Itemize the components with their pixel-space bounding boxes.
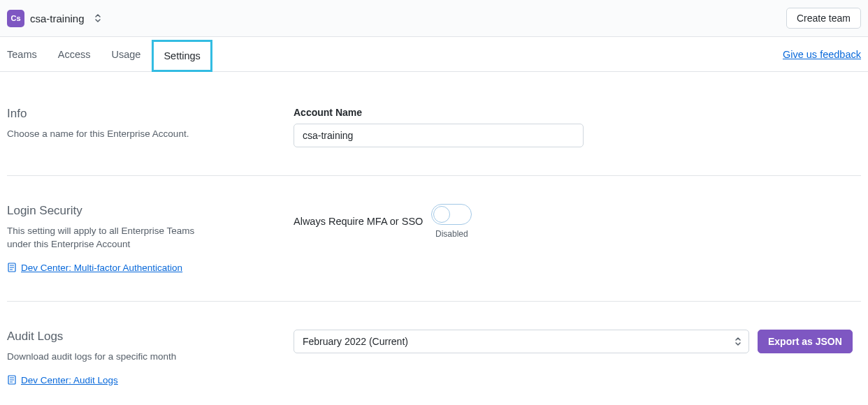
feedback-link[interactable]: Give us feedback — [783, 49, 861, 60]
org-badge: Cs — [7, 10, 24, 27]
mfa-toggle-label: Always Require MFA or SSO — [294, 216, 423, 227]
mfa-toggle[interactable] — [431, 204, 472, 225]
doc-icon — [7, 263, 17, 272]
audit-month-select[interactable]: February 2022 (Current) — [294, 330, 749, 353]
org-name: csa-training — [30, 13, 85, 24]
section-info: Info Choose a name for this Enterprise A… — [7, 79, 861, 176]
tab-access[interactable]: Access — [58, 39, 91, 70]
section-desc-info: Choose a name for this Enterprise Accoun… — [7, 128, 203, 141]
section-desc-security: This setting will apply to all Enterpris… — [7, 225, 203, 251]
doc-link-audit[interactable]: Dev Center: Audit Logs — [7, 375, 294, 385]
section-title-info: Info — [7, 107, 294, 121]
audit-month-value: February 2022 (Current) — [303, 336, 408, 347]
chevron-updown-icon — [94, 13, 101, 23]
chevron-updown-icon — [735, 337, 742, 346]
doc-link-mfa[interactable]: Dev Center: Multi-factor Authentication — [7, 263, 294, 273]
tab-teams[interactable]: Teams — [7, 39, 37, 70]
toggle-knob — [433, 206, 450, 223]
tab-settings[interactable]: Settings — [164, 50, 200, 61]
export-json-button[interactable]: Export as JSON — [758, 330, 853, 353]
section-title-security: Login Security — [7, 204, 294, 218]
account-name-input[interactable] — [294, 124, 584, 147]
doc-icon — [7, 375, 17, 385]
doc-link-mfa-label: Dev Center: Multi-factor Authentication — [21, 263, 182, 273]
org-switcher[interactable]: Cs csa-training — [7, 10, 101, 27]
account-name-label: Account Name — [294, 107, 861, 118]
mfa-toggle-state: Disabled — [435, 229, 468, 239]
section-desc-audit: Download audit logs for a specific month — [7, 351, 203, 364]
section-audit-logs: Audit Logs Download audit logs for a spe… — [7, 302, 861, 405]
doc-link-audit-label: Dev Center: Audit Logs — [21, 375, 118, 385]
section-title-audit: Audit Logs — [7, 330, 294, 344]
tab-settings-highlight: Settings — [152, 40, 212, 72]
tab-usage[interactable]: Usage — [111, 39, 140, 70]
section-login-security: Login Security This setting will apply t… — [7, 176, 861, 302]
create-team-button[interactable]: Create team — [786, 8, 861, 29]
